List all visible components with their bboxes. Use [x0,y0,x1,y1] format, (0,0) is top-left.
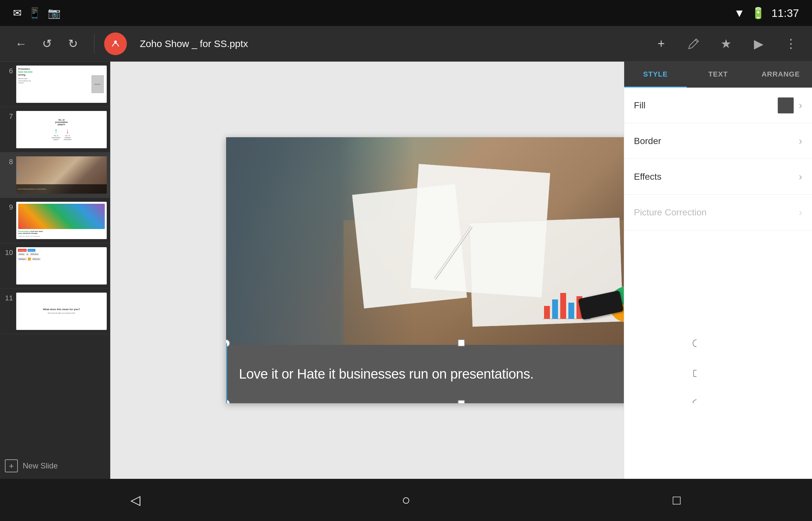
add-icon: + [658,37,665,51]
toolbar-divider [94,34,94,53]
slide-caption-text: Love it or Hate it businesses run on pre… [239,366,534,382]
add-button[interactable]: + [650,32,673,55]
clock: 11:37 [771,7,799,20]
slide-thumb-10: HandSignal Present.io SlideDog ■ ZOHO Sh… [16,247,107,285]
slide-number-11: 11 [3,293,13,302]
nav-back-button[interactable]: ◁ [122,487,148,513]
slide-item-11[interactable]: 11 What does this mean for you? Show doe… [0,289,110,334]
main-content: 6 Presentershave becomeboring. Attention… [0,62,812,479]
more-icon: ⋮ [785,37,797,51]
app-icon [104,32,127,55]
nav-home-icon: ○ [402,492,410,508]
fill-color-swatch [777,97,794,114]
slide-thumb-8: Love it or Hate it businesses run on pre… [16,156,107,194]
right-panel: STYLE TEXT ARRANGE Fill › [624,62,812,479]
nav-recent-button[interactable]: □ [664,487,690,513]
back-button[interactable]: ← [10,32,32,55]
fill-item-right: › [777,97,802,114]
toolbar: ← ↺ ↻ Zoho Show _ for SS.pptx + ★ [0,26,812,62]
border-item[interactable]: Border › [624,123,812,159]
new-slide-plus-icon: + [5,459,18,472]
slide-panel: 6 Presentershave becomeboring. Attention… [0,62,110,479]
wifi-icon: ▼ [734,7,745,20]
border-chevron-icon: › [799,135,802,147]
toolbar-nav: ← ↺ ↻ [10,32,84,55]
undo-icon: ↺ [42,37,52,51]
new-slide-label: New Slide [23,461,58,470]
svg-rect-6 [568,303,574,319]
slide-number-6: 6 [3,66,13,75]
back-icon: ← [15,37,27,51]
slide-item-10[interactable]: 10 HandSignal Present.io SlideDog ■ ZOHO… [0,243,110,289]
slide-thumb-11: What does this mean for you? Show does t… [16,293,107,330]
svg-point-1 [114,41,117,43]
redo-icon: ↻ [68,37,78,51]
effects-chevron-icon: › [799,171,802,183]
fill-label: Fill [634,100,646,111]
tab-style[interactable]: STYLE [624,62,687,88]
tab-style-label: STYLE [643,70,668,78]
slide-thumb-9: Presentation tool has seenvery minimal c… [16,202,107,239]
redo-button[interactable]: ↻ [62,32,84,55]
slide-thumb-6: Presentershave becomeboring. Attention s… [16,66,107,103]
camera-icon: 📷 [48,7,61,19]
effects-item[interactable]: Effects › [624,159,812,195]
status-bar: ✉ 📱 📷 ▼ 🔋 11:37 [0,0,812,26]
panel-content: Fill › Border › Effects [624,88,812,479]
tab-arrange-label: ARRANGE [761,70,800,78]
svg-rect-3 [544,306,550,319]
slide-number-8: 8 [3,156,13,166]
slide-number-10: 10 [3,247,13,257]
edit-button[interactable] [682,32,705,55]
picture-correction-label: Picture Correction [634,207,706,218]
slide-number-7: 7 [3,111,13,121]
picture-correction-item: Picture Correction › [624,195,812,230]
nav-home-button[interactable]: ○ [393,487,419,513]
nav-back-icon: ◁ [130,493,140,507]
mail-icon: ✉ [13,7,22,19]
phone-icon: 📱 [28,7,41,19]
file-name: Zoho Show _ for SS.pptx [140,38,643,49]
picture-correction-item-right: › [799,206,802,218]
slide-item-8[interactable]: 8 Love it or Hate it businesses run on p… [0,153,110,198]
tab-text-label: TEXT [708,70,728,78]
battery-icon: 🔋 [751,6,765,20]
new-slide-button[interactable]: + New Slide [0,453,110,479]
effects-item-right: › [799,171,802,183]
slide-thumb-7: No. ofpresentationplayers ↑ No. ofpresen… [16,111,107,148]
tab-arrange[interactable]: ARRANGE [749,62,812,88]
slide-item-9[interactable]: 9 Presentation tool has seenvery minimal… [0,198,110,243]
fill-item[interactable]: Fill › [624,88,812,123]
picture-correction-chevron-icon: › [799,206,802,218]
play-icon: ▶ [754,37,763,51]
status-bar-right: ▼ 🔋 11:37 [734,6,799,20]
status-bar-left: ✉ 📱 📷 [13,7,61,19]
play-button[interactable]: ▶ [747,32,770,55]
svg-point-0 [110,38,121,50]
border-item-right: › [799,135,802,147]
canvas-area: Love it or Hate it businesses run on pre… [110,62,812,479]
svg-rect-4 [552,299,558,319]
panel-tabs: STYLE TEXT ARRANGE [624,62,812,88]
tab-text[interactable]: TEXT [687,62,749,88]
slide-number-9: 9 [3,202,13,211]
slide-item-7[interactable]: 7 No. ofpresentationplayers ↑ No. ofpres… [0,107,110,153]
star-icon: ★ [721,37,731,51]
nav-recent-icon: □ [673,493,681,507]
fill-chevron-icon: › [799,99,802,111]
slide-item-6[interactable]: 6 Presentershave becomeboring. Attention… [0,62,110,107]
favorite-button[interactable]: ★ [715,32,737,55]
svg-rect-5 [560,293,566,319]
undo-button[interactable]: ↺ [36,32,59,55]
border-label: Border [634,136,661,146]
effects-label: Effects [634,172,661,182]
toolbar-right: + ★ ▶ ⋮ [650,32,802,55]
nav-bar: ◁ ○ □ [0,479,812,521]
more-button[interactable]: ⋮ [780,32,802,55]
